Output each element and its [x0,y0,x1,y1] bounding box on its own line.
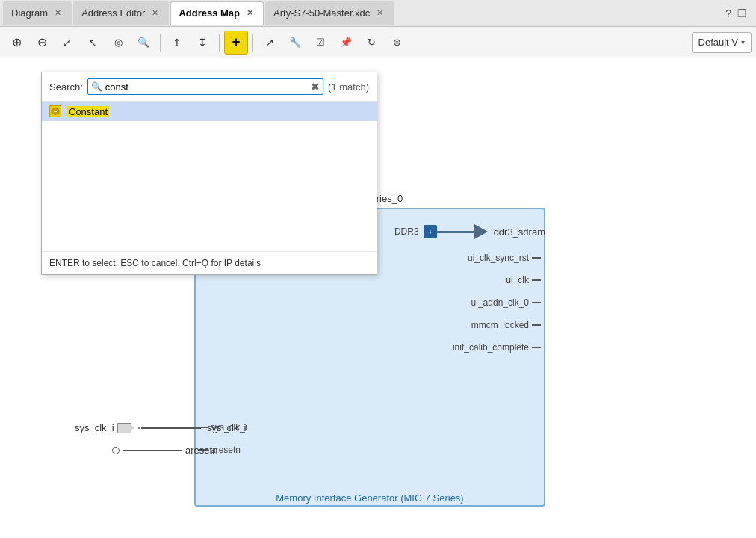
ui-addn-clk-pin: ui_addn_clk_0 [471,297,541,308]
search-header: Search: 🔍 ✖ (1 match) [42,72,377,102]
ddr3-port-label: DDR3 [394,226,419,237]
help-button[interactable]: ? [725,7,731,19]
ui-clk-pin: ui_clk [506,275,541,285]
sys-clk-i-ext-label: sys_clk_i [75,422,114,433]
sep2 [219,34,220,52]
toolbar: ⊕ ⊖ ⤢ ↖ ◎ 🔍 ↥ ↧ + ↗ 🔧 ☑ 📌 ↻ ⊜ Default V … [0,27,756,58]
pin-tick [532,302,541,303]
zoom-area-button[interactable]: 🔍 [131,31,155,55]
dropdown-label: Default V [698,37,738,48]
search-hint-text: ENTER to select, ESC to cancel, Ctrl+Q f… [49,258,261,268]
sys-clk-mig-label: sys_clk_i [207,422,247,433]
aresetn-ext-label: aresetn [185,445,217,456]
sys-clk-port-shape [117,423,134,433]
tabs-bar: Diagram ✕ Address Editor ✕ Address Map ✕… [0,0,756,27]
tab-address-editor[interactable]: Address Editor ✕ [73,1,169,25]
sys-clk-wire [137,427,201,429]
tab-address-map[interactable]: Address Map ✕ [170,1,264,25]
aresetn-circle-icon [112,447,120,454]
sep3 [252,34,253,52]
tab-xdc[interactable]: Arty-S7-50-Master.xdc ✕ [265,1,394,25]
search-clear-button[interactable]: ✖ [311,81,320,93]
debug-button[interactable]: 📌 [334,31,358,55]
pin-tick [532,347,541,348]
fit-button[interactable]: ⤢ [55,31,79,55]
result-item-name: Constant [67,106,109,117]
result-item-icon [49,105,61,117]
restore-button[interactable]: ❐ [737,7,747,19]
tab-address-map-close[interactable]: ✕ [244,7,255,19]
crosshair-button[interactable]: ◎ [106,31,130,55]
refresh-button[interactable]: ↻ [359,31,383,55]
main-canvas: Search: 🔍 ✖ (1 match) Constant ENTER to [0,58,756,538]
chevron-down-icon: ▾ [741,38,745,46]
tab-diagram-label: Diagram [11,7,48,19]
select-button[interactable]: ↖ [81,31,105,55]
search-label: Search: [49,81,83,93]
ddr3-plus-icon: + [424,225,437,238]
search-results: Constant [42,102,377,251]
zoom-in-button[interactable]: ⊕ [4,31,28,55]
search-input[interactable] [105,81,308,93]
aresetn-external: aresetn [112,445,217,456]
ddr3-bus-connection [437,224,488,239]
align-mid-button[interactable]: ↧ [190,31,214,55]
search-result-item[interactable]: Constant [42,102,377,121]
align-top-button[interactable]: ↥ [165,31,189,55]
move-button[interactable]: ↗ [258,31,282,55]
ui-clk-sync-rst-pin: ui_clk_sync_rst [468,253,541,263]
ddr3-arrow-icon [474,224,488,239]
tab-address-map-label: Address Map [179,7,240,19]
tab-address-editor-close[interactable]: ✕ [149,7,161,19]
search-inner-icon: 🔍 [91,81,102,92]
default-v-dropdown[interactable]: Default V ▾ [692,32,752,53]
search-input-wrapper: 🔍 ✖ [87,78,323,95]
init-calib-pin: init_calib_complete [453,342,541,353]
zoom-out-button[interactable]: ⊖ [30,31,54,55]
wire-line [141,427,201,429]
bus-line [437,231,474,233]
signals-button[interactable]: ⊜ [385,31,409,55]
search-match-count: (1 match) [328,81,369,93]
search-popup: Search: 🔍 ✖ (1 match) Constant ENTER to [41,72,377,275]
junction-dot [138,427,140,429]
pin-tick [532,257,541,259]
wrench-button[interactable]: 🔧 [283,31,307,55]
sep1 [160,34,161,52]
tab-xdc-label: Arty-S7-50-Master.xdc [273,7,370,19]
constant-ip-icon [51,107,60,116]
aresetn-wire [123,450,182,451]
tabs-actions: ? ❐ [725,7,753,19]
mmcm-locked-pin: mmcm_locked [471,320,541,330]
tab-address-editor-label: Address Editor [81,7,145,19]
add-ip-button[interactable]: + [224,31,248,55]
pin-tick [532,279,541,281]
tab-diagram[interactable]: Diagram ✕ [3,1,72,25]
search-footer: ENTER to select, ESC to cancel, Ctrl+Q f… [42,251,377,274]
tab-diagram-close[interactable]: ✕ [52,7,63,19]
validate-button[interactable]: ☑ [309,31,332,55]
mig-block-title: Memory Interface Generator (MIG 7 Series… [270,489,469,507]
tab-xdc-close[interactable]: ✕ [374,7,385,19]
sys-clk-external: sys_clk_i sys_clk_i [75,422,247,433]
pin-tick [532,324,541,326]
ddr3-sdram-label: ddr3_sdram [494,226,545,238]
